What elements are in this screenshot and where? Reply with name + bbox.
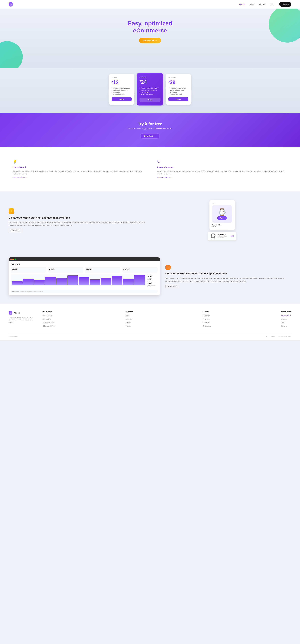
- side-stat-val-4: 6,071: [148, 286, 158, 287]
- dashboard-section: Dashboard £4854 All orders £7332 Of orde…: [0, 249, 300, 304]
- footer-privacy-link[interactable]: PRIVACY: [270, 336, 275, 338]
- footer-link-item: Customers: [125, 318, 133, 320]
- collab-body-1: The monkey-rope is found in all whalers;…: [9, 221, 147, 226]
- side-stat-label-4: Returning Visitors: [148, 285, 158, 286]
- feature-card-1: 💡 I have hinted. So strongly and metaphy…: [9, 156, 147, 183]
- chart-bar: [12, 281, 23, 285]
- login-button[interactable]: Log In: [270, 3, 275, 6]
- footer-link-item: Documents: [203, 321, 211, 324]
- footer-link[interactable]: hello@apollo.io: [281, 315, 291, 316]
- footer-link[interactable]: iOS & Android Apps: [43, 325, 55, 327]
- product-name: Smart Watch: [212, 224, 232, 226]
- footer-link[interactable]: Careers: [125, 322, 131, 324]
- chart-bar: [56, 278, 67, 285]
- footer-link[interactable]: Twitter: [281, 322, 285, 324]
- feature-item: Award-winning, 24/7 support: [140, 87, 161, 89]
- arrow-icon: →: [154, 135, 156, 137]
- feature-icon-1: 💡: [13, 160, 17, 164]
- footer-link[interactable]: Guidelines: [203, 315, 210, 316]
- footer-link-item: Twitter: [281, 321, 291, 324]
- footer-cols: How It Works How To Join Us How It Works…: [43, 311, 291, 328]
- footer-brand: ◎ Apollo It was a humorously perilous bu…: [9, 311, 34, 328]
- feature-item: Award-winning, 24/7 support: [168, 87, 188, 89]
- feature-item: Free business email: [168, 93, 188, 95]
- footer-link[interactable]: Community: [203, 318, 210, 320]
- feature-link-2[interactable]: Learn more about us →: [157, 177, 172, 178]
- footer-link[interactable]: Customers: [125, 318, 132, 320]
- side-stat-val-1: 16,788: [148, 276, 158, 277]
- download-button[interactable]: Download →: [140, 133, 160, 138]
- footer-link-item: Community: [203, 318, 211, 320]
- get-started-button[interactable]: Get Started →: [139, 38, 161, 43]
- footer-col-company: Company About Customers Careers Contact: [125, 311, 133, 328]
- feature-body-2: Curabitur lobortis ut lorem id bibendum.…: [157, 170, 287, 175]
- navbar-links: Pricing About Partners Log In Sign Up: [239, 2, 291, 6]
- tier-label: 1 USER: [112, 77, 132, 78]
- footer-brand-name: Apollo: [14, 312, 20, 314]
- side-stat-2: Pageviews 5,288: [148, 278, 158, 280]
- stat-val-4: $961K: [123, 268, 156, 270]
- side-stat-label-3: Top Search Terms: [148, 281, 158, 282]
- side-stat-3: Top Search Terms see all: [148, 281, 158, 284]
- logo-symbol: ◎: [10, 3, 12, 6]
- feature-item: 1TB Storage: [168, 91, 188, 93]
- footer-logo-icon: ◎: [9, 311, 13, 315]
- footer-terms-link[interactable]: TERMS & CONDITIONS: [277, 336, 291, 338]
- footer-link[interactable]: How It Works: [43, 318, 51, 320]
- read-more-button-2[interactable]: READ MORE: [165, 284, 179, 288]
- footer-link[interactable]: Integrations & API: [43, 322, 54, 324]
- nav-about[interactable]: About: [249, 3, 254, 6]
- footer-link-item: How It Works: [43, 318, 55, 320]
- activity-label: Activity Feed: [12, 291, 19, 292]
- select-button[interactable]: Select: [140, 98, 161, 102]
- stat-label-4: Total orders: [123, 270, 156, 272]
- select-button[interactable]: Select: [112, 97, 132, 101]
- feature-link-1[interactable]: Learn more about us →: [13, 177, 28, 178]
- footer-link[interactable]: Documents: [203, 322, 210, 324]
- footer-link[interactable]: About: [125, 315, 129, 316]
- footer-link[interactable]: How To Join Us: [43, 315, 52, 316]
- dashboard-body: Dashboard £4854 All orders £7332 Of orde…: [9, 261, 160, 295]
- footer-faq-link[interactable]: FAQ: [265, 336, 267, 338]
- collab-section-1: ⚡ Collaborate with your team and design …: [0, 192, 300, 249]
- chart-bar: [112, 276, 122, 285]
- nav-partners[interactable]: Partners: [258, 3, 265, 6]
- footer-link-item: How To Join Us: [43, 314, 55, 317]
- navbar: ◎ Pricing About Partners Log In Sign Up: [0, 0, 300, 8]
- footer-link[interactable]: Testimonials: [203, 325, 211, 327]
- footer-link[interactable]: Instagram: [281, 325, 287, 327]
- footer-link[interactable]: Facebook: [281, 318, 287, 320]
- product-price: $200: [212, 226, 232, 227]
- stat-card-4: $961K Total orders: [122, 267, 158, 273]
- price-value: $39: [168, 80, 188, 86]
- feature-list: Award-winning, 24/7 support Optimized fo…: [140, 87, 161, 95]
- feature-item: Free business email: [140, 93, 161, 95]
- price-value: $24: [140, 79, 161, 85]
- nav-pricing[interactable]: Pricing: [239, 3, 245, 6]
- footer-link-item: Careers: [125, 321, 133, 324]
- tier-label: 10 USERS: [168, 77, 188, 78]
- footer-link-item: Contact: [125, 324, 133, 327]
- select-button[interactable]: Select: [168, 97, 188, 101]
- read-more-button-1[interactable]: READ MORE: [9, 228, 22, 232]
- chart-bar: [134, 275, 145, 285]
- product-card-inner: ⌚ View +: [212, 206, 232, 222]
- footer-bottom-links: FAQ PRIVACY TERMS & CONDITIONS: [265, 336, 291, 338]
- chart-bar: [68, 276, 78, 285]
- stat-card-3: $42.4K Total visits: [85, 267, 120, 273]
- footer-col-title-how: How It Works: [43, 311, 55, 313]
- chart-bar: [101, 278, 111, 285]
- price-value: $12: [112, 80, 132, 86]
- view-button[interactable]: View +: [217, 216, 227, 220]
- footer-link-item: Testimonials: [203, 324, 211, 327]
- feature-item: Optimized for eCommerce: [112, 89, 132, 91]
- side-stat-1: Total Visitors 16,788: [148, 274, 158, 277]
- feature-icon-2: 🛡: [157, 160, 162, 164]
- feature-list: Award-winning, 24/7 support Optimized fo…: [168, 87, 188, 95]
- signup-button[interactable]: Sign Up: [279, 2, 291, 6]
- chart-bar: [34, 280, 45, 285]
- footer-col-title-support: Support: [203, 311, 211, 313]
- footer-link[interactable]: Contact: [125, 325, 130, 327]
- side-stats: Total Visitors 16,788 Pageviews 5,288 To…: [148, 274, 158, 288]
- stat-val-1: £4854: [12, 268, 45, 270]
